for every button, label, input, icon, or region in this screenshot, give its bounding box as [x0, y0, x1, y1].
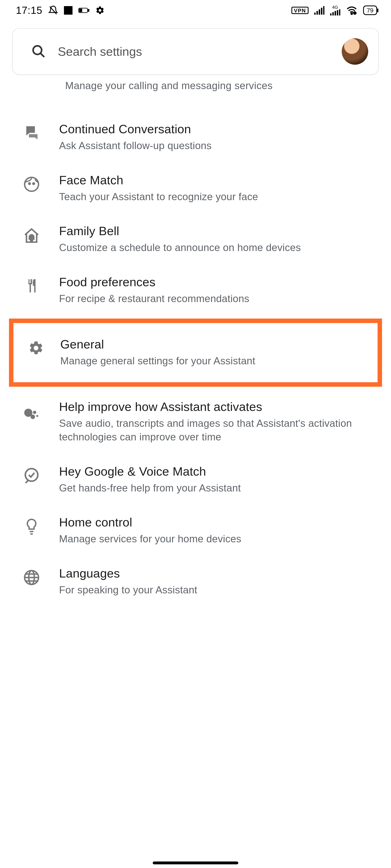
settings-item-family-bell[interactable]: Family Bell Customize a schedule to anno…: [0, 214, 391, 265]
settings-item-continued-conversation[interactable]: Continued Conversation Ask Assistant fol…: [0, 112, 391, 163]
profile-avatar[interactable]: [342, 38, 368, 65]
svg-rect-4: [314, 12, 316, 14]
mute-icon: [48, 5, 58, 16]
battery-indicator: 79: [363, 5, 377, 15]
settings-list: Manage your calling and messaging servic…: [0, 80, 391, 607]
truncated-previous-item-subtitle: Manage your calling and messaging servic…: [0, 80, 391, 112]
assistant-dots-icon: [20, 400, 43, 421]
settings-item-general[interactable]: General Manage general settings for your…: [13, 323, 378, 382]
svg-rect-9: [330, 13, 332, 16]
settings-item-home-control[interactable]: Home control Manage services for your ho…: [0, 505, 391, 556]
item-subtitle: Manage general settings for your Assista…: [60, 354, 370, 368]
svg-point-25: [36, 415, 38, 417]
square-status-icon: [64, 6, 73, 14]
svg-point-26: [25, 468, 38, 481]
item-title: Hey Google & Voice Match: [59, 464, 379, 478]
settings-item-food-preferences[interactable]: Food preferences For recipe & restaurant…: [0, 265, 391, 316]
gear-icon: [25, 337, 47, 356]
status-bar: 17:15 VPN: [0, 0, 391, 20]
network-4g-icon: 4G: [330, 5, 340, 16]
search-bar[interactable]: Search settings: [12, 28, 379, 75]
settings-item-face-match[interactable]: Face Match Teach your Assistant to recog…: [0, 163, 391, 214]
item-subtitle: Save audio, transcripts and images so th…: [59, 416, 379, 444]
item-title: Languages: [59, 566, 379, 580]
voice-check-icon: [20, 464, 43, 484]
item-title: General: [60, 337, 370, 351]
item-title: Home control: [59, 515, 379, 529]
svg-point-24: [31, 414, 35, 419]
svg-point-23: [33, 411, 36, 414]
bulb-icon: [20, 515, 43, 536]
battery-small-icon: [78, 7, 90, 13]
settings-item-help-improve-activation[interactable]: Help improve how Assistant activates Sav…: [0, 390, 391, 454]
item-title: Family Bell: [59, 224, 379, 238]
settings-screen: 17:15 VPN: [0, 0, 391, 868]
search-icon: [31, 44, 46, 59]
item-title: Face Match: [59, 173, 379, 187]
svg-rect-13: [339, 9, 340, 16]
settings-item-languages[interactable]: Languages For speaking to your Assistant: [0, 556, 391, 607]
item-subtitle: For recipe & restaurant recommendations: [59, 292, 379, 306]
item-title: Food preferences: [59, 275, 379, 289]
svg-rect-10: [332, 12, 334, 16]
svg-line-17: [40, 53, 44, 57]
search-placeholder: Search settings: [58, 44, 330, 59]
face-icon: [20, 173, 43, 193]
svg-rect-6: [319, 9, 320, 14]
signal-bars-icon: [314, 6, 325, 14]
item-title: Help improve how Assistant activates: [59, 400, 379, 414]
home-indicator[interactable]: [153, 862, 238, 864]
svg-point-20: [33, 183, 34, 184]
item-subtitle: For speaking to your Assistant: [59, 583, 379, 597]
item-subtitle: Teach your Assistant to recognize your f…: [59, 190, 379, 204]
clock: 17:15: [16, 4, 43, 16]
item-title: Continued Conversation: [59, 122, 379, 136]
highlight-box: General Manage general settings for your…: [9, 318, 382, 387]
wifi-icon: [346, 6, 357, 15]
svg-rect-3: [79, 9, 82, 12]
svg-point-19: [29, 183, 30, 184]
chat-icon: [20, 122, 43, 141]
svg-point-21: [31, 240, 33, 242]
svg-rect-12: [337, 10, 338, 16]
svg-rect-11: [335, 11, 336, 16]
gear-status-icon: [95, 6, 105, 15]
svg-point-14: [351, 13, 352, 14]
svg-rect-5: [316, 11, 318, 14]
item-subtitle: Get hands-free help from your Assistant: [59, 481, 379, 495]
settings-item-hey-google-voice-match[interactable]: Hey Google & Voice Match Get hands-free …: [0, 454, 391, 505]
svg-rect-2: [88, 9, 89, 11]
svg-rect-8: [323, 6, 325, 14]
item-subtitle: Manage services for your home devices: [59, 532, 379, 546]
globe-icon: [20, 566, 43, 586]
svg-rect-7: [321, 8, 323, 14]
utensils-icon: [20, 275, 43, 294]
home-bell-icon: [20, 224, 43, 244]
item-subtitle: Customize a schedule to announce on home…: [59, 241, 379, 255]
item-subtitle: Ask Assistant follow-up questions: [59, 139, 379, 153]
vpn-indicator: VPN: [291, 7, 308, 14]
